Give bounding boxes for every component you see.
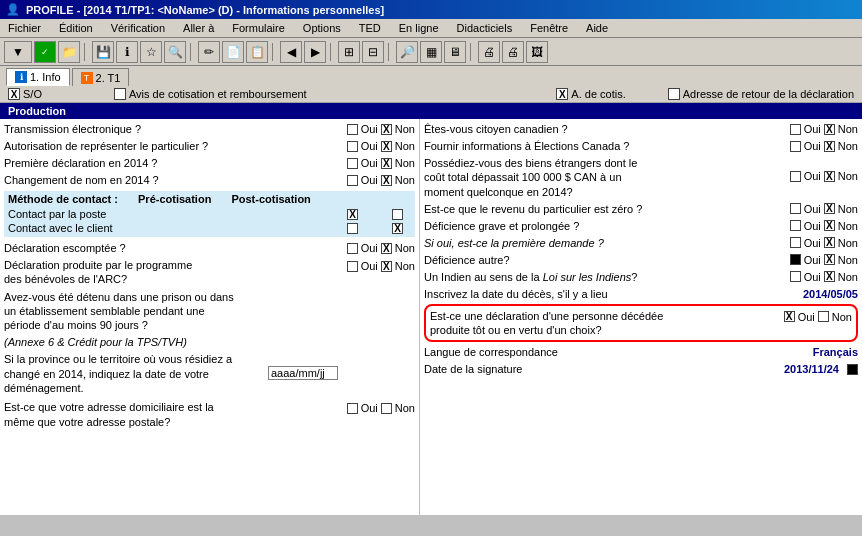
toolbar-screen[interactable]: 🖥	[444, 41, 466, 63]
toolbar-doc2[interactable]: 📋	[246, 41, 268, 63]
label-indien: Un Indien au sens de la Loi sur les Indi…	[424, 271, 786, 283]
cb-non-escomptee[interactable]: X	[381, 243, 392, 254]
toolbar-img[interactable]: 🖼	[526, 41, 548, 63]
label-escomptee: Déclaration escomptée ?	[4, 242, 343, 254]
cb-non-deficience-autre[interactable]: X	[824, 254, 835, 265]
cb-non-elections[interactable]: X	[824, 141, 835, 152]
cb-sco[interactable]: X S/O	[8, 88, 42, 100]
label-transmission: Transmission électronique ?	[4, 123, 343, 135]
menu-formulaire[interactable]: Formulaire	[228, 21, 289, 35]
toolbar-info[interactable]: ℹ	[116, 41, 138, 63]
label-premiere: Première déclaration en 2014 ?	[4, 157, 343, 169]
cb-pre-poste[interactable]: X	[347, 209, 358, 220]
oui-label-elections: Oui	[804, 140, 821, 152]
label-date-signature: Date de la signature	[424, 363, 776, 375]
cb-adecotis[interactable]: X A. de cotis.	[556, 88, 625, 100]
toolbar-edit[interactable]: ✏	[198, 41, 220, 63]
oui-non-premiere: Oui X Non	[347, 157, 415, 169]
cb-oui-deficience-autre[interactable]	[790, 254, 801, 265]
oui-label-changement: Oui	[361, 174, 378, 186]
menu-ted[interactable]: TED	[355, 21, 385, 35]
form-body: Transmission électronique ? Oui X Non Au…	[0, 119, 862, 515]
menu-enligne[interactable]: En ligne	[395, 21, 443, 35]
label-benevoles: Déclaration produite par le programmedes…	[4, 258, 343, 287]
input-demenagement[interactable]	[268, 366, 338, 380]
menu-didacticiels[interactable]: Didacticiels	[453, 21, 517, 35]
cb-non-premiere-demande[interactable]: X	[824, 237, 835, 248]
cb-oui-changement[interactable]	[347, 175, 358, 186]
cb-adresse[interactable]: Adresse de retour de la déclaration	[668, 88, 854, 100]
cb-non-revenu[interactable]: X	[824, 203, 835, 214]
cb-non-decedee[interactable]	[818, 311, 829, 322]
cb-non-changement[interactable]: X	[381, 175, 392, 186]
toolbar-folder[interactable]: 📁	[58, 41, 80, 63]
toolbar-grid2[interactable]: ⊟	[362, 41, 384, 63]
cb-post-poste[interactable]	[392, 209, 403, 220]
cb-oui-decedee[interactable]: X	[784, 311, 795, 322]
cb-oui-transmission[interactable]	[347, 124, 358, 135]
menu-aller[interactable]: Aller à	[179, 21, 218, 35]
contact-header: Méthode de contact : Pré-cotisation Post…	[8, 193, 411, 205]
cb-oui-escomptee[interactable]	[347, 243, 358, 254]
toolbar-print[interactable]: 🖨	[478, 41, 500, 63]
toolbar-zoom[interactable]: 🔎	[396, 41, 418, 63]
label-client: Contact avec le client	[8, 222, 343, 234]
cb-oui-premiere-demande[interactable]	[790, 237, 801, 248]
cb-post-client[interactable]: X	[392, 223, 403, 234]
menu-edition[interactable]: Édition	[55, 21, 97, 35]
toolbar-save[interactable]: 💾	[92, 41, 114, 63]
cb-non-deficience-grave[interactable]: X	[824, 220, 835, 231]
non-label-changement: Non	[395, 174, 415, 186]
toolbar-search[interactable]: 🔍	[164, 41, 186, 63]
cb-non-indien[interactable]: X	[824, 271, 835, 282]
cb-oui-elections[interactable]	[790, 141, 801, 152]
cb-non-biens[interactable]: X	[824, 171, 835, 182]
value-langue: Français	[813, 346, 858, 358]
oui-label-citoyen: Oui	[804, 123, 821, 135]
row-indien: Un Indien au sens de la Loi sur les Indi…	[424, 269, 858, 285]
row-annexe: (Annexe 6 & Crédit pour la TPS/TVH)	[4, 334, 415, 350]
non-label-adresse-dom: Non	[395, 402, 415, 414]
toolbar-grid1[interactable]: ⊞	[338, 41, 360, 63]
cb-non-citoyen[interactable]: X	[824, 124, 835, 135]
toolbar-doc[interactable]: 📄	[222, 41, 244, 63]
cb-non-premiere[interactable]: X	[381, 158, 392, 169]
cb-oui-adresse-dom[interactable]	[347, 403, 358, 414]
toolbar-table[interactable]: ▦	[420, 41, 442, 63]
cb-non-autorisation[interactable]: X	[381, 141, 392, 152]
cb-oui-autorisation[interactable]	[347, 141, 358, 152]
menu-aide[interactable]: Aide	[582, 21, 612, 35]
non-label-biens: Non	[838, 170, 858, 182]
menu-fenetre[interactable]: Fenêtre	[526, 21, 572, 35]
label-declaration-decedee: Est-ce une déclaration d'une personne dé…	[430, 309, 780, 338]
cb-oui-citoyen[interactable]	[790, 124, 801, 135]
cb-oui-indien[interactable]	[790, 271, 801, 282]
cb-non-adresse-dom[interactable]	[381, 403, 392, 414]
toolbar-green[interactable]: ✓	[34, 41, 56, 63]
menu-verification[interactable]: Vérification	[107, 21, 169, 35]
cb-oui-revenu[interactable]	[790, 203, 801, 214]
cb-non-transmission[interactable]: X	[381, 124, 392, 135]
toolbar-right[interactable]: ▶	[304, 41, 326, 63]
toolbar-star[interactable]: ☆	[140, 41, 162, 63]
cb-oui-benevoles[interactable]	[347, 261, 358, 272]
cb-non-benevoles[interactable]: X	[381, 261, 392, 272]
tab-info[interactable]: ℹ 1. Info	[6, 68, 70, 86]
cb-oui-premiere[interactable]	[347, 158, 358, 169]
cb-avis[interactable]: Avis de cotisation et remboursement	[114, 88, 307, 100]
toolbar-print2[interactable]: 🖨	[502, 41, 524, 63]
oui-label-transmission: Oui	[361, 123, 378, 135]
toolbar-dropdown[interactable]: ▼	[4, 41, 32, 63]
value-date-deces: 2014/05/05	[803, 288, 858, 300]
menu-options[interactable]: Options	[299, 21, 345, 35]
cb-pre-client[interactable]	[347, 223, 358, 234]
menu-fichier[interactable]: Fichier	[4, 21, 45, 35]
toolbar-left[interactable]: ◀	[280, 41, 302, 63]
oui-label-adresse-dom: Oui	[361, 402, 378, 414]
label-premiere-demande: Si oui, est-ce la première demande ?	[424, 237, 786, 249]
cb-oui-biens[interactable]	[790, 171, 801, 182]
oui-non-premiere-demande: Oui X Non	[790, 237, 858, 249]
tab-t1[interactable]: T 2. T1	[72, 68, 130, 86]
cb-oui-deficience-grave[interactable]	[790, 220, 801, 231]
post-cotisation-label: Post-cotisation	[231, 193, 310, 205]
